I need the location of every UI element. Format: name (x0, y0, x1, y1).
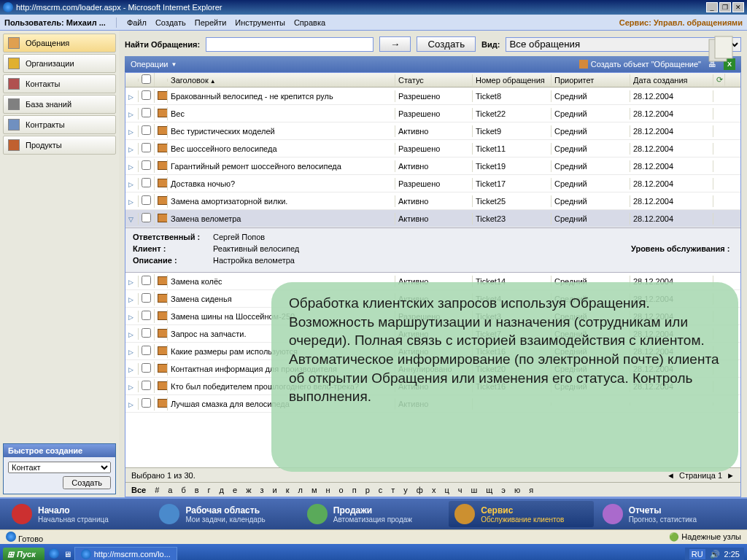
alpha-я[interactable]: я (529, 486, 533, 494)
expand-icon[interactable]: ▷ (128, 331, 133, 338)
menu-Создать[interactable]: Создать (155, 18, 186, 27)
alpha-ж[interactable]: ж (246, 486, 251, 494)
search-input[interactable] (206, 37, 374, 52)
search-go-button[interactable]: → (379, 36, 411, 52)
table-row[interactable]: ▽Замена велометраАктивноTicket23Средний2… (125, 210, 740, 228)
quick-create-button[interactable]: Создать (63, 476, 111, 489)
expand-icon[interactable]: ▽ (128, 216, 133, 223)
alpha-н[interactable]: н (326, 486, 330, 494)
col-priority[interactable]: Приоритет (551, 74, 630, 86)
sidebar-item-Контакты[interactable]: Контакты (3, 74, 116, 93)
refresh-icon[interactable]: ⟳ (713, 74, 725, 86)
alpha-д[interactable]: д (220, 486, 224, 494)
expand-icon[interactable]: ▷ (128, 93, 133, 101)
sidebar-item-Продукты[interactable]: Продукты (3, 136, 116, 155)
expand-icon[interactable]: ▷ (128, 349, 133, 356)
row-checkbox[interactable] (142, 276, 151, 285)
create-button[interactable]: Создать (417, 36, 476, 52)
bottomnav-Продажи[interactable]: ПродажиАвтоматизация продаж (301, 501, 446, 527)
expand-icon[interactable]: ▷ (128, 163, 133, 171)
table-row[interactable]: ▷Доставка ночью?РазрешеноTicket17Средний… (125, 175, 740, 192)
sidebar-item-База знаний[interactable]: База знаний (3, 95, 116, 114)
alpha-а[interactable]: а (168, 486, 172, 494)
expand-icon[interactable]: ▷ (128, 181, 133, 188)
alpha-ю[interactable]: ю (514, 486, 520, 494)
tray-icon[interactable]: 🔊 (710, 550, 720, 559)
menu-Справка[interactable]: Справка (294, 18, 325, 27)
expand-icon[interactable]: ▷ (128, 128, 133, 136)
expand-icon[interactable]: ▷ (128, 366, 133, 373)
lang-indicator[interactable]: RU (689, 549, 705, 559)
row-checkbox[interactable] (142, 195, 151, 205)
table-row[interactable]: ▷ВесРазрешеноTicket22Средний28.12.2004 (125, 105, 740, 122)
row-checkbox[interactable] (142, 90, 151, 100)
alpha-в[interactable]: в (195, 486, 199, 494)
alpha-л[interactable]: л (298, 486, 303, 494)
alpha-и[interactable]: и (273, 486, 277, 494)
alpha-м[interactable]: м (311, 486, 317, 494)
table-row[interactable]: ▷Вес туристических моделейАктивноTicket9… (125, 122, 740, 140)
row-checkbox[interactable] (142, 398, 151, 408)
alpha-г[interactable]: г (208, 486, 211, 494)
alpha-к[interactable]: к (286, 486, 290, 494)
taskbar-task[interactable]: http://mscrm.com/lo... (74, 547, 177, 560)
expand-icon[interactable]: ▷ (128, 401, 133, 408)
row-checkbox[interactable] (142, 125, 151, 135)
alpha-ш[interactable]: ш (471, 486, 477, 494)
menu-Файл[interactable]: Файл (127, 18, 147, 27)
alpha-з[interactable]: з (260, 486, 264, 494)
alpha-х[interactable]: х (432, 486, 436, 494)
minimize-button[interactable]: _ (706, 2, 718, 12)
alpha-р[interactable]: р (365, 486, 370, 494)
select-all-checkbox[interactable] (142, 74, 151, 84)
alpha-о[interactable]: о (339, 486, 344, 494)
alpha-э[interactable]: э (501, 486, 506, 494)
row-checkbox[interactable] (142, 311, 151, 320)
bottomnav-Рабочая область[interactable]: Рабочая областьМои задачи, календарь (153, 501, 298, 527)
row-checkbox[interactable] (142, 363, 151, 373)
alpha-ф[interactable]: ф (417, 486, 423, 494)
expand-icon[interactable]: ▷ (128, 314, 133, 321)
alpha-у[interactable]: у (403, 486, 408, 494)
row-checkbox[interactable] (142, 346, 151, 355)
expand-icon[interactable]: ▷ (128, 111, 133, 118)
table-row[interactable]: ▷Замена амортизаторной вилки.АктивноTick… (125, 192, 740, 210)
bottomnav-Начало[interactable]: НачалоНачальная страница (6, 501, 150, 527)
expand-icon[interactable]: ▷ (128, 384, 133, 391)
quicklaunch-ie-icon[interactable] (49, 548, 59, 560)
bottomnav-Сервис[interactable]: СервисОбслуживание клиентов (449, 501, 593, 527)
alpha-е[interactable]: е (233, 486, 237, 494)
table-row[interactable]: ▷Бракованный велосипед - не крепится рул… (125, 88, 740, 105)
menu-Перейти[interactable]: Перейти (195, 18, 227, 27)
sidebar-item-Обращения[interactable]: Обращения (3, 34, 116, 52)
table-row[interactable]: ▷Гарантийный ремонт шоссейного велосипед… (125, 158, 740, 175)
row-checkbox[interactable] (142, 143, 151, 152)
expand-icon[interactable]: ▷ (128, 146, 133, 153)
alpha-с[interactable]: с (379, 486, 383, 494)
create-object-link[interactable]: Создать объект "Обращение" (579, 60, 701, 69)
row-checkbox[interactable] (142, 108, 151, 117)
col-number[interactable]: Номер обращения (473, 74, 551, 86)
alpha-ч[interactable]: ч (458, 486, 462, 494)
alpha-б[interactable]: б (181, 486, 185, 494)
row-checkbox[interactable] (142, 160, 151, 170)
alpha-all[interactable]: Все (131, 486, 146, 494)
row-checkbox[interactable] (142, 178, 151, 187)
sidebar-item-Контракты[interactable]: Контракты (3, 115, 116, 134)
operations-menu[interactable]: Операции ▼ (131, 60, 177, 69)
row-checkbox[interactable] (142, 213, 151, 222)
alpha-ц[interactable]: ц (444, 486, 449, 494)
alpha-#[interactable]: # (155, 486, 159, 494)
maximize-button[interactable]: ❐ (719, 2, 731, 12)
col-status[interactable]: Статус (395, 74, 473, 86)
quick-create-select[interactable]: Контакт (8, 462, 111, 473)
expand-icon[interactable]: ▷ (128, 198, 133, 206)
quicklaunch-desktop-icon[interactable]: 🖥 (63, 550, 71, 559)
pager[interactable]: ◄ Страница 1 ► (667, 471, 735, 480)
close-button[interactable]: ✕ (732, 2, 744, 12)
col-title[interactable]: Заголовок▲ (168, 74, 395, 86)
start-button[interactable]: ⊞ Пуск (3, 548, 44, 561)
row-checkbox[interactable] (142, 293, 151, 303)
col-date[interactable]: Дата создания (630, 74, 713, 86)
expand-icon[interactable]: ▷ (128, 296, 133, 303)
